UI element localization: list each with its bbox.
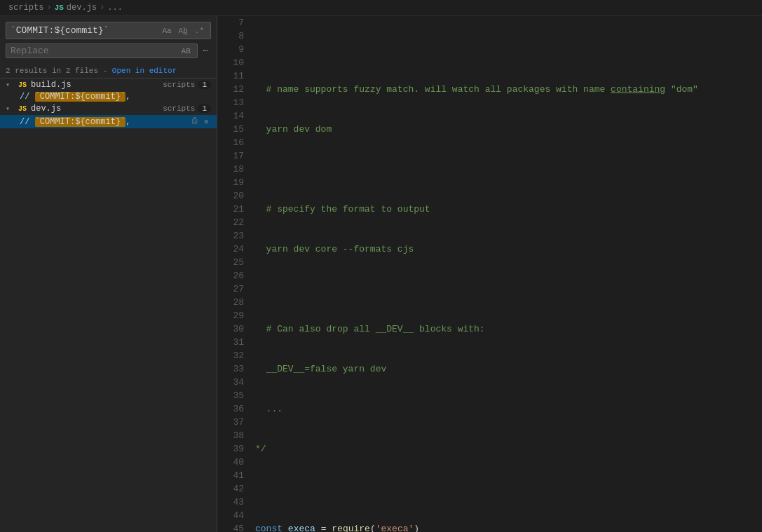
ln-31: 31 [217, 336, 244, 349]
ln-18: 18 [217, 163, 244, 176]
match-line-dev-1[interactable]: // `COMMIT:${commit}`, ⎙ ✕ [0, 115, 217, 128]
ln-15: 15 [217, 123, 244, 136]
code-line-8: # name supports fuzzy match. will watch … [252, 83, 762, 96]
file-results-list: ▾ JS build.js scripts 1 // `COMMIT:${com… [0, 79, 217, 532]
ln-11: 11 [217, 69, 244, 83]
code-line-9: yarn dev dom [252, 123, 762, 136]
replace-input[interactable] [11, 46, 179, 56]
results-count: 2 results in 2 files [6, 67, 98, 75]
open-in-editor-link[interactable]: Open in editor [112, 67, 177, 75]
file-path-build: scripts [163, 81, 195, 89]
search-area: Aa Ab .* AB ⋯ [0, 16, 217, 64]
ln-42: 42 [217, 482, 244, 496]
results-sep: - [103, 67, 112, 75]
file-name-dev: dev.js [31, 104, 157, 114]
match-line-build-1[interactable]: // `COMMIT:${commit}`, [0, 91, 217, 102]
ln-32: 32 [217, 349, 244, 362]
ln-34: 34 [217, 376, 244, 389]
ln-10: 10 [217, 56, 244, 69]
ln-13: 13 [217, 96, 244, 109]
match-case-button[interactable]: Aa [160, 26, 173, 36]
match-count-dev: 1 [198, 104, 211, 113]
chevron-down-icon: ▾ [6, 81, 14, 89]
ln-8: 8 [217, 29, 244, 43]
ln-29: 29 [217, 309, 244, 322]
ln-14: 14 [217, 109, 244, 123]
file-item-dev[interactable]: ▾ JS dev.js scripts 1 [0, 102, 217, 115]
ln-40: 40 [217, 456, 244, 469]
search-panel: Aa Ab .* AB ⋯ 2 results in 2 files - Ope… [0, 16, 217, 532]
ln-39: 39 [217, 442, 244, 456]
line-numbers: 7 8 9 10 11 12 13 14 15 16 17 18 19 20 2… [217, 16, 252, 532]
code-line-16: ... [252, 402, 762, 416]
ln-25: 25 [217, 256, 244, 269]
code-line-17: */ [252, 442, 762, 456]
ln-23: 23 [217, 229, 244, 243]
ln-41: 41 [217, 469, 244, 482]
code-line-19: const execa = require('execa') [252, 522, 762, 532]
breadcrumb-file[interactable]: dev.js [67, 3, 97, 13]
ln-19: 19 [217, 176, 244, 189]
results-summary: 2 results in 2 files - Open in editor [0, 64, 217, 79]
replace-row: AB ⋯ [6, 43, 211, 58]
ln-24: 24 [217, 243, 244, 256]
code-line-12: yarn dev core --formats cjs [252, 243, 762, 256]
ln-26: 26 [217, 269, 244, 282]
preserve-case-button[interactable]: AB [179, 46, 193, 56]
code-line-7 [252, 43, 762, 56]
ln-9: 9 [217, 43, 244, 56]
code-line-15: __DEV__=false yarn dev [252, 362, 762, 376]
ln-35: 35 [217, 389, 244, 402]
ln-17: 17 [217, 149, 244, 163]
ln-28: 28 [217, 296, 244, 309]
match-action-icons: ⎙ ✕ [190, 116, 211, 128]
code-line-10 [252, 163, 762, 176]
breadcrumb-js-icon: JS [55, 4, 64, 12]
ln-37: 37 [217, 416, 244, 429]
replace-all-button[interactable]: ⋯ [200, 44, 211, 57]
dismiss-match-button[interactable]: ✕ [202, 116, 211, 128]
js-icon: JS [17, 81, 28, 89]
code-line-14: # Can also drop all __DEV__ blocks with: [252, 322, 762, 336]
code-line-11: # specify the format to output [252, 203, 762, 216]
replace-input-wrap: AB [6, 43, 198, 58]
code-line-18 [252, 482, 762, 496]
editor-area: 7 8 9 10 11 12 13 14 15 16 17 18 19 20 2… [217, 16, 762, 532]
ln-36: 36 [217, 402, 244, 416]
match-text-dev-1: // `COMMIT:${commit}`, [20, 117, 190, 127]
replace-match-button[interactable]: ⎙ [190, 116, 199, 128]
breadcrumb-bar: scripts › JS dev.js › ... [0, 0, 762, 16]
ln-21: 21 [217, 203, 244, 216]
match-count-build: 1 [198, 81, 211, 89]
regex-button[interactable]: .* [193, 26, 206, 36]
code-line-13 [252, 282, 762, 296]
ln-45: 45 [217, 522, 244, 532]
ln-38: 38 [217, 429, 244, 442]
chevron-down-icon-dev: ▾ [6, 104, 14, 113]
ln-30: 30 [217, 322, 244, 336]
ln-22: 22 [217, 216, 244, 229]
search-input[interactable] [11, 24, 160, 37]
search-input-row: Aa Ab .* [6, 22, 211, 39]
file-path-dev: scripts [163, 104, 195, 113]
match-text-build-1: // `COMMIT:${commit}`, [20, 92, 211, 102]
ln-12: 12 [217, 83, 244, 96]
breadcrumb-sep-1: › [46, 3, 51, 13]
breadcrumb-scripts[interactable]: scripts [8, 3, 43, 13]
file-item-build[interactable]: ▾ JS build.js scripts 1 [0, 79, 217, 91]
ln-20: 20 [217, 189, 244, 203]
breadcrumb-sep-2: › [100, 3, 104, 13]
ln-27: 27 [217, 282, 244, 296]
breadcrumb-ellipsis: ... [107, 3, 123, 13]
code-container[interactable]: 7 8 9 10 11 12 13 14 15 16 17 18 19 20 2… [217, 16, 762, 532]
ln-43: 43 [217, 496, 244, 509]
ln-7: 7 [217, 16, 244, 29]
ln-44: 44 [217, 509, 244, 522]
file-name-build: build.js [31, 80, 157, 90]
ln-33: 33 [217, 362, 244, 376]
code-content: # name supports fuzzy match. will watch … [252, 16, 762, 532]
js-icon-dev: JS [17, 105, 28, 113]
whole-word-button[interactable]: Ab [177, 26, 190, 36]
ln-16: 16 [217, 136, 244, 149]
